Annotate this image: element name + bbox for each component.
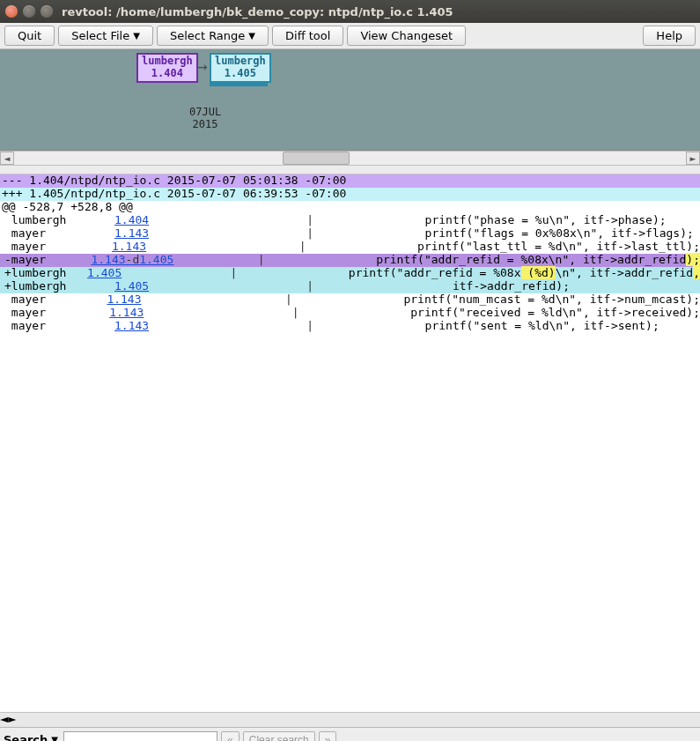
close-icon[interactable] bbox=[5, 5, 18, 18]
author: +lumbergh bbox=[0, 280, 114, 293]
code: printf("addr_refid = %08x (%d)\n", itf->… bbox=[240, 267, 700, 280]
separator bbox=[147, 267, 240, 280]
search-next-button[interactable]: » bbox=[319, 731, 337, 742]
separator bbox=[194, 280, 317, 293]
diff-line: mayer1.143 printf("received = %ld\n", it… bbox=[0, 307, 700, 320]
revision-link[interactable]: 1.143 bbox=[109, 307, 185, 320]
scroll-left-icon[interactable]: ◄ bbox=[0, 152, 14, 165]
diff-line: mayer1.143 printf("sent = %ld\n", itf->s… bbox=[0, 320, 700, 333]
code: itf->addr_refid); bbox=[317, 280, 700, 293]
separator bbox=[194, 320, 317, 333]
code: printf("received = %ld\n", itf->received… bbox=[303, 307, 700, 320]
quit-button[interactable]: Quit bbox=[4, 26, 55, 46]
author: +lumbergh bbox=[0, 267, 87, 280]
help-button[interactable]: Help bbox=[643, 26, 696, 46]
separator bbox=[194, 227, 317, 241]
separator bbox=[185, 307, 303, 320]
revision-link[interactable]: 1.143-d1.405 bbox=[91, 254, 170, 267]
diff-line: -mayer1.143-d1.405 printf("addr_refid = … bbox=[0, 254, 700, 267]
diff-scrollbar[interactable]: ◄ ► bbox=[0, 712, 700, 727]
window-title: revtool: /home/lumbergh/bk_demo_copy: nt… bbox=[62, 5, 453, 19]
graph-scrollbar[interactable]: ◄ ► bbox=[0, 151, 700, 166]
diff-header-new: +++ 1.405/ntpd/ntp_io.c 2015-07-07 06:39… bbox=[0, 188, 700, 201]
view-changeset-button[interactable]: View Changeset bbox=[347, 26, 466, 46]
scroll-right-icon[interactable]: ► bbox=[686, 152, 700, 165]
minimize-icon[interactable] bbox=[23, 5, 35, 18]
code: printf("addr_refid = %08x\n", itf->addr_… bbox=[269, 254, 700, 267]
maximize-icon[interactable] bbox=[41, 5, 53, 18]
revision-link[interactable]: 1.143 bbox=[114, 227, 194, 241]
separator bbox=[194, 214, 317, 227]
code: printf("phase = %u\n", itf->phase); bbox=[317, 214, 700, 227]
diff-header-old: --- 1.404/ntpd/ntp_io.c 2015-07-07 05:01… bbox=[0, 174, 700, 188]
window-controls bbox=[5, 5, 53, 18]
search-bar: Search ▼ « Clear search » bbox=[0, 727, 700, 741]
toolbar: Quit Select File▼ Select Range▼ Diff too… bbox=[0, 23, 700, 49]
author: -mayer bbox=[0, 254, 91, 267]
diff-line: mayer1.143 printf("last_ttl = %d\n", itf… bbox=[0, 241, 700, 254]
search-input[interactable] bbox=[63, 731, 217, 742]
revision-graph: lumbergh1.404lumbergh1.405 → 07JUL2015 bbox=[0, 49, 700, 151]
revision-link[interactable]: 1.143 bbox=[112, 241, 189, 254]
diff-view[interactable]: --- 1.404/ntpd/ntp_io.c 2015-07-07 05:01… bbox=[0, 174, 700, 712]
chevron-down-icon: ▼ bbox=[133, 31, 140, 41]
separator bbox=[170, 254, 268, 267]
author: mayer bbox=[0, 241, 112, 254]
separator bbox=[189, 241, 310, 254]
search-label[interactable]: Search ▼ bbox=[4, 733, 58, 741]
revision-date: 07JUL2015 bbox=[189, 106, 221, 131]
search-prev-button[interactable]: « bbox=[221, 731, 239, 742]
author: mayer bbox=[0, 293, 107, 307]
revision-link[interactable]: 1.404 bbox=[114, 214, 194, 227]
chevron-down-icon: ▼ bbox=[51, 735, 58, 741]
diff-line: +lumbergh1.405 itf->addr_refid); bbox=[0, 280, 700, 293]
separator bbox=[181, 293, 296, 307]
author: mayer bbox=[0, 320, 114, 333]
revision-link[interactable]: 1.143 bbox=[114, 320, 194, 333]
revision-link[interactable]: 1.405 bbox=[114, 280, 194, 293]
code: printf("last_ttl = %d\n", itf->last_ttl)… bbox=[309, 241, 700, 254]
arrow-right-icon: → bbox=[197, 60, 208, 74]
diff-line: mayer1.143 printf("num_mcast = %d\n", it… bbox=[0, 293, 700, 307]
author: mayer bbox=[0, 307, 109, 320]
author: lumbergh bbox=[0, 214, 114, 227]
diff-line: lumbergh1.404 printf("phase = %u\n", itf… bbox=[0, 214, 700, 227]
diff-tool-button[interactable]: Diff tool bbox=[272, 26, 343, 46]
select-file-button[interactable]: Select File▼ bbox=[58, 26, 153, 46]
code: printf("num_mcast = %d\n", itf->num_mcas… bbox=[296, 293, 700, 307]
revision-node[interactable]: lumbergh1.404 bbox=[136, 53, 198, 83]
diff-line: mayer1.143 printf("flags = 0x%08x\n", it… bbox=[0, 227, 700, 241]
select-range-button[interactable]: Select Range▼ bbox=[157, 26, 269, 46]
scroll-right-icon[interactable]: ► bbox=[8, 713, 16, 727]
titlebar: revtool: /home/lumbergh/bk_demo_copy: nt… bbox=[0, 0, 700, 23]
author: mayer bbox=[0, 227, 114, 241]
revision-link[interactable]: 1.143 bbox=[107, 293, 181, 307]
revision-node[interactable]: lumbergh1.405 bbox=[210, 53, 271, 83]
code: printf("sent = %ld\n", itf->sent); bbox=[317, 320, 700, 333]
chevron-down-icon: ▼ bbox=[248, 31, 255, 41]
diff-line: +lumbergh1.405 printf("addr_refid = %08x… bbox=[0, 267, 700, 280]
revision-link[interactable]: 1.405 bbox=[87, 267, 147, 280]
scroll-left-icon[interactable]: ◄ bbox=[0, 713, 8, 727]
clear-search-button[interactable]: Clear search bbox=[243, 731, 315, 742]
diff-hunk-header: @@ -528,7 +528,8 @@ bbox=[0, 201, 700, 214]
code: printf("flags = 0x%08x\n", itf->flags); bbox=[317, 227, 700, 241]
